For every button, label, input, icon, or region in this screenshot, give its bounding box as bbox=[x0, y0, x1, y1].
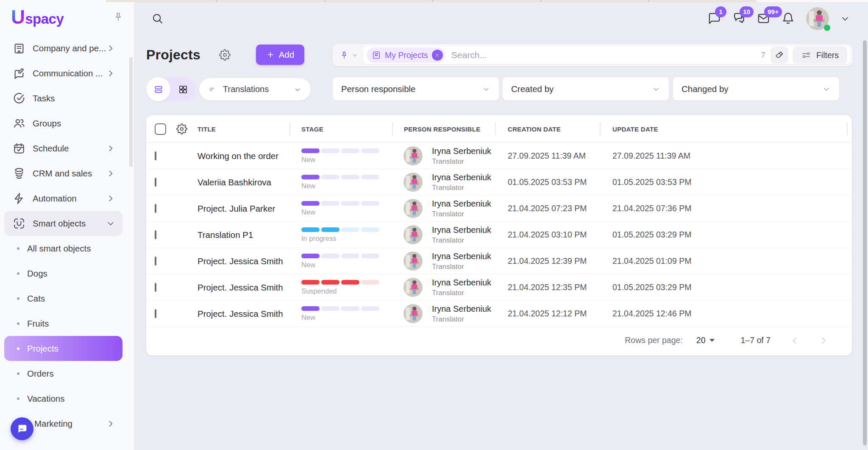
row-checkbox[interactable] bbox=[155, 204, 156, 213]
row-checkbox[interactable] bbox=[155, 151, 156, 160]
row-checkbox[interactable] bbox=[155, 309, 156, 318]
stage-label: New bbox=[301, 182, 392, 190]
window-scrollbar[interactable] bbox=[863, 40, 867, 445]
project-title[interactable]: Working on the order bbox=[198, 151, 289, 161]
update-date: 21.04.2025 07:36 PM bbox=[600, 204, 852, 213]
avatar bbox=[403, 252, 423, 271]
update-date: 01.05.2025 03:29 PM bbox=[600, 230, 852, 240]
tasks-icon bbox=[13, 92, 25, 105]
changed-by-select[interactable]: Changed by bbox=[673, 77, 839, 101]
column-header-person[interactable]: PERSON RESPONSIBLE bbox=[392, 115, 495, 143]
chevron-down-icon bbox=[822, 85, 831, 93]
sidebar-item-communication[interactable]: Communication ... bbox=[4, 61, 122, 86]
sidebar-item-smart-objects[interactable]: Smart objects bbox=[4, 211, 122, 236]
sidebar-item-all-smart-objects[interactable]: All smart objects bbox=[4, 236, 122, 261]
pin-filter-dropdown[interactable] bbox=[333, 50, 363, 60]
remove-chip-icon[interactable] bbox=[432, 50, 443, 61]
update-date: 21.04.2025 12:46 PM bbox=[600, 309, 852, 319]
avatar bbox=[403, 304, 423, 323]
table-row[interactable]: Working on the order New Iryna Serbeniuk… bbox=[146, 143, 852, 169]
table-row[interactable]: Valeriia Bashkirova New Iryna SerbeniukT… bbox=[146, 169, 852, 195]
rows-per-page-select[interactable]: 20 bbox=[696, 335, 715, 345]
project-title[interactable]: Translation P1 bbox=[198, 230, 289, 240]
list-view-button[interactable] bbox=[146, 77, 170, 101]
table-row[interactable]: Project. Jessica Smith New Iryna Serbeni… bbox=[146, 248, 852, 274]
sidebar-scrollbar[interactable] bbox=[129, 57, 133, 167]
uspacy-logo[interactable]: Uspacy bbox=[11, 7, 64, 27]
column-header-title[interactable]: TITLE bbox=[198, 115, 289, 143]
update-date: 01.05.2025 03:53 PM bbox=[600, 177, 852, 187]
table-settings-gear-icon[interactable] bbox=[176, 123, 187, 134]
table-row[interactable]: Project. Julia Parker New Iryna Serbeniu… bbox=[146, 195, 852, 221]
main-content: Projects Add My Projects 7 bbox=[146, 0, 852, 450]
creation-date: 01.05.2025 03:53 PM bbox=[495, 177, 600, 187]
sidebar-item-company[interactable]: Company and pe... bbox=[4, 36, 122, 61]
result-count: 7 bbox=[761, 50, 765, 60]
add-button[interactable]: Add bbox=[256, 45, 304, 65]
view-toggle bbox=[146, 77, 196, 101]
sidebar-item-fruits[interactable]: Fruits bbox=[4, 311, 122, 336]
project-title[interactable]: Project. Jessica Smith bbox=[198, 309, 289, 319]
select-all-checkbox[interactable] bbox=[155, 123, 166, 135]
created-by-select[interactable]: Created by bbox=[503, 77, 669, 101]
preset-dropdown[interactable]: Translations bbox=[199, 78, 311, 101]
avatar bbox=[403, 146, 423, 165]
grid-view-icon bbox=[178, 84, 189, 95]
bullet-icon bbox=[17, 297, 19, 300]
row-checkbox[interactable] bbox=[155, 178, 156, 187]
table-row[interactable]: Translation P1 In progress Iryna Serbeni… bbox=[146, 221, 852, 248]
filters-button[interactable]: Filters bbox=[793, 47, 847, 64]
row-checkbox[interactable] bbox=[155, 257, 156, 266]
sidebar-item-groups[interactable]: Groups bbox=[4, 111, 122, 136]
sidebar-item-projects[interactable]: Projects bbox=[4, 336, 122, 361]
sidebar-pin-icon[interactable] bbox=[113, 11, 124, 22]
chevron-down-icon bbox=[482, 85, 490, 93]
next-page-button[interactable] bbox=[819, 336, 828, 345]
avatar bbox=[403, 173, 423, 192]
page-settings-gear-icon[interactable] bbox=[219, 49, 231, 61]
stage-progress bbox=[301, 148, 392, 153]
table-row[interactable]: Project. Jessica Smith New Iryna Serbeni… bbox=[146, 300, 852, 327]
sidebar-item-automation[interactable]: Automation bbox=[4, 186, 122, 211]
person-name: Iryna Serbeniuk bbox=[432, 146, 491, 156]
table-row[interactable]: Project. Jessica Smith Suspended Iryna S… bbox=[146, 274, 852, 300]
person-responsible-select[interactable]: Person responsible bbox=[333, 77, 499, 101]
sidebar-item-vacations[interactable]: Vacations bbox=[4, 386, 122, 411]
my-projects-filter-chip[interactable]: My Projects bbox=[367, 48, 445, 63]
chevron-right-icon bbox=[106, 69, 115, 78]
stage-label: New bbox=[301, 261, 392, 269]
project-title[interactable]: Valeriia Bashkirova bbox=[198, 177, 289, 187]
sidebar-item-schedule[interactable]: Schedule bbox=[4, 136, 122, 161]
chevron-right-icon bbox=[106, 169, 115, 178]
person-role: Translator bbox=[432, 210, 491, 218]
row-checkbox[interactable] bbox=[155, 230, 156, 239]
sidebar-item-crm[interactable]: CRM and sales bbox=[4, 161, 122, 186]
stage-progress bbox=[301, 201, 392, 206]
person-name: Iryna Serbeniuk bbox=[432, 225, 491, 235]
grid-view-button[interactable] bbox=[170, 84, 196, 95]
person-name: Iryna Serbeniuk bbox=[432, 252, 491, 261]
projects-table: TITLE STAGE PERSON RESPONSIBLE CREATION … bbox=[146, 115, 852, 355]
search-input[interactable] bbox=[451, 50, 756, 60]
project-title[interactable]: Project. Julia Parker bbox=[198, 204, 289, 214]
sidebar-item-cats[interactable]: Cats bbox=[4, 286, 122, 311]
clear-filters-button[interactable] bbox=[771, 47, 788, 64]
project-title[interactable]: Project. Jessica Smith bbox=[198, 256, 289, 266]
previous-page-button[interactable] bbox=[790, 336, 799, 345]
sidebar-item-dogs[interactable]: Dogs bbox=[4, 261, 122, 286]
column-header-updated[interactable]: UPDATE DATE bbox=[600, 115, 852, 143]
column-header-stage[interactable]: STAGE bbox=[289, 115, 392, 143]
list-view-icon bbox=[153, 84, 164, 95]
rows-per-page-label: Rows per page: bbox=[625, 335, 683, 345]
logo-initial: U bbox=[11, 7, 25, 27]
logo-text: spacy bbox=[25, 11, 64, 27]
sidebar-item-orders[interactable]: Orders bbox=[4, 361, 122, 386]
update-date: 01.05.2025 03:29 PM bbox=[600, 282, 852, 292]
chevron-down-icon bbox=[106, 219, 115, 228]
support-chat-button[interactable] bbox=[11, 417, 33, 440]
stage-label: Suspended bbox=[301, 287, 392, 295]
project-title[interactable]: Project. Jessica Smith bbox=[198, 282, 289, 293]
column-header-created[interactable]: CREATION DATE bbox=[495, 115, 600, 143]
sidebar-item-tasks[interactable]: Tasks bbox=[4, 86, 122, 111]
row-checkbox[interactable] bbox=[155, 283, 156, 292]
